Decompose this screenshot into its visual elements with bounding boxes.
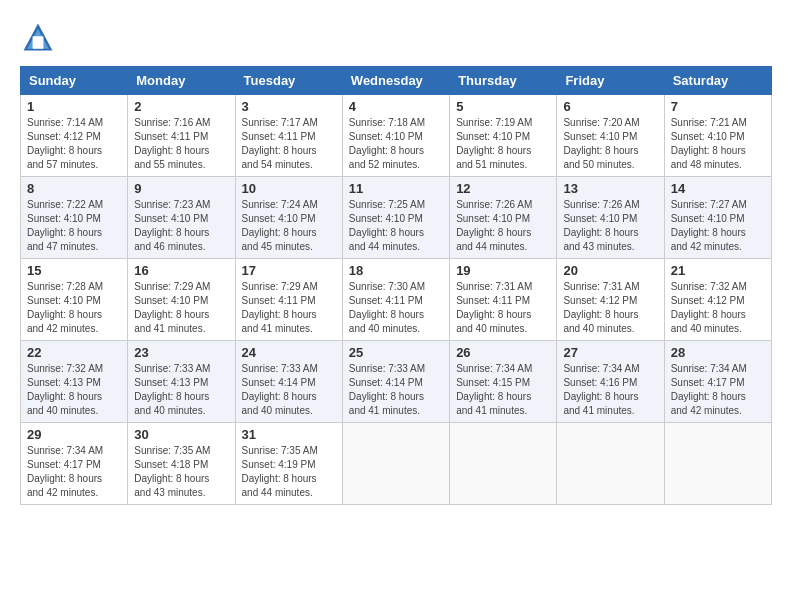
calendar-cell	[342, 423, 449, 505]
calendar-week-2: 8 Sunrise: 7:22 AMSunset: 4:10 PMDayligh…	[21, 177, 772, 259]
calendar-cell: 7 Sunrise: 7:21 AMSunset: 4:10 PMDayligh…	[664, 95, 771, 177]
day-info: Sunrise: 7:27 AMSunset: 4:10 PMDaylight:…	[671, 198, 765, 254]
day-number: 18	[349, 263, 443, 278]
day-info: Sunrise: 7:21 AMSunset: 4:10 PMDaylight:…	[671, 116, 765, 172]
day-info: Sunrise: 7:22 AMSunset: 4:10 PMDaylight:…	[27, 198, 121, 254]
header	[20, 20, 772, 56]
day-info: Sunrise: 7:16 AMSunset: 4:11 PMDaylight:…	[134, 116, 228, 172]
weekday-header-row: SundayMondayTuesdayWednesdayThursdayFrid…	[21, 67, 772, 95]
day-number: 22	[27, 345, 121, 360]
weekday-header-thursday: Thursday	[450, 67, 557, 95]
day-info: Sunrise: 7:34 AMSunset: 4:16 PMDaylight:…	[563, 362, 657, 418]
day-number: 26	[456, 345, 550, 360]
day-number: 9	[134, 181, 228, 196]
calendar-cell: 31 Sunrise: 7:35 AMSunset: 4:19 PMDaylig…	[235, 423, 342, 505]
calendar-week-1: 1 Sunrise: 7:14 AMSunset: 4:12 PMDayligh…	[21, 95, 772, 177]
day-number: 3	[242, 99, 336, 114]
day-info: Sunrise: 7:30 AMSunset: 4:11 PMDaylight:…	[349, 280, 443, 336]
day-number: 10	[242, 181, 336, 196]
day-info: Sunrise: 7:34 AMSunset: 4:17 PMDaylight:…	[27, 444, 121, 500]
calendar-cell: 22 Sunrise: 7:32 AMSunset: 4:13 PMDaylig…	[21, 341, 128, 423]
calendar-cell: 29 Sunrise: 7:34 AMSunset: 4:17 PMDaylig…	[21, 423, 128, 505]
calendar-cell: 26 Sunrise: 7:34 AMSunset: 4:15 PMDaylig…	[450, 341, 557, 423]
day-number: 6	[563, 99, 657, 114]
day-number: 15	[27, 263, 121, 278]
day-number: 20	[563, 263, 657, 278]
calendar-cell: 6 Sunrise: 7:20 AMSunset: 4:10 PMDayligh…	[557, 95, 664, 177]
calendar-cell	[450, 423, 557, 505]
calendar-cell: 1 Sunrise: 7:14 AMSunset: 4:12 PMDayligh…	[21, 95, 128, 177]
day-info: Sunrise: 7:33 AMSunset: 4:13 PMDaylight:…	[134, 362, 228, 418]
calendar-cell: 19 Sunrise: 7:31 AMSunset: 4:11 PMDaylig…	[450, 259, 557, 341]
calendar-cell: 27 Sunrise: 7:34 AMSunset: 4:16 PMDaylig…	[557, 341, 664, 423]
calendar-cell: 30 Sunrise: 7:35 AMSunset: 4:18 PMDaylig…	[128, 423, 235, 505]
day-number: 28	[671, 345, 765, 360]
calendar-cell: 2 Sunrise: 7:16 AMSunset: 4:11 PMDayligh…	[128, 95, 235, 177]
day-number: 12	[456, 181, 550, 196]
calendar-cell	[664, 423, 771, 505]
svg-rect-2	[33, 36, 44, 49]
calendar-cell: 14 Sunrise: 7:27 AMSunset: 4:10 PMDaylig…	[664, 177, 771, 259]
calendar-cell: 20 Sunrise: 7:31 AMSunset: 4:12 PMDaylig…	[557, 259, 664, 341]
day-info: Sunrise: 7:35 AMSunset: 4:19 PMDaylight:…	[242, 444, 336, 500]
calendar-cell: 18 Sunrise: 7:30 AMSunset: 4:11 PMDaylig…	[342, 259, 449, 341]
calendar-cell: 23 Sunrise: 7:33 AMSunset: 4:13 PMDaylig…	[128, 341, 235, 423]
day-info: Sunrise: 7:34 AMSunset: 4:15 PMDaylight:…	[456, 362, 550, 418]
day-number: 21	[671, 263, 765, 278]
calendar-cell: 15 Sunrise: 7:28 AMSunset: 4:10 PMDaylig…	[21, 259, 128, 341]
day-info: Sunrise: 7:34 AMSunset: 4:17 PMDaylight:…	[671, 362, 765, 418]
calendar-cell: 10 Sunrise: 7:24 AMSunset: 4:10 PMDaylig…	[235, 177, 342, 259]
day-info: Sunrise: 7:14 AMSunset: 4:12 PMDaylight:…	[27, 116, 121, 172]
calendar-cell: 9 Sunrise: 7:23 AMSunset: 4:10 PMDayligh…	[128, 177, 235, 259]
day-info: Sunrise: 7:23 AMSunset: 4:10 PMDaylight:…	[134, 198, 228, 254]
calendar-week-3: 15 Sunrise: 7:28 AMSunset: 4:10 PMDaylig…	[21, 259, 772, 341]
day-info: Sunrise: 7:19 AMSunset: 4:10 PMDaylight:…	[456, 116, 550, 172]
day-number: 29	[27, 427, 121, 442]
day-number: 16	[134, 263, 228, 278]
calendar-cell: 25 Sunrise: 7:33 AMSunset: 4:14 PMDaylig…	[342, 341, 449, 423]
day-number: 25	[349, 345, 443, 360]
day-info: Sunrise: 7:28 AMSunset: 4:10 PMDaylight:…	[27, 280, 121, 336]
calendar-cell: 21 Sunrise: 7:32 AMSunset: 4:12 PMDaylig…	[664, 259, 771, 341]
calendar-cell: 24 Sunrise: 7:33 AMSunset: 4:14 PMDaylig…	[235, 341, 342, 423]
logo	[20, 20, 62, 56]
day-number: 24	[242, 345, 336, 360]
calendar-cell: 28 Sunrise: 7:34 AMSunset: 4:17 PMDaylig…	[664, 341, 771, 423]
weekday-header-wednesday: Wednesday	[342, 67, 449, 95]
day-number: 27	[563, 345, 657, 360]
day-info: Sunrise: 7:26 AMSunset: 4:10 PMDaylight:…	[563, 198, 657, 254]
day-info: Sunrise: 7:17 AMSunset: 4:11 PMDaylight:…	[242, 116, 336, 172]
day-info: Sunrise: 7:29 AMSunset: 4:11 PMDaylight:…	[242, 280, 336, 336]
day-number: 2	[134, 99, 228, 114]
calendar-cell: 12 Sunrise: 7:26 AMSunset: 4:10 PMDaylig…	[450, 177, 557, 259]
day-number: 23	[134, 345, 228, 360]
calendar-cell	[557, 423, 664, 505]
calendar-cell: 8 Sunrise: 7:22 AMSunset: 4:10 PMDayligh…	[21, 177, 128, 259]
day-info: Sunrise: 7:35 AMSunset: 4:18 PMDaylight:…	[134, 444, 228, 500]
weekday-header-friday: Friday	[557, 67, 664, 95]
calendar-cell: 16 Sunrise: 7:29 AMSunset: 4:10 PMDaylig…	[128, 259, 235, 341]
day-info: Sunrise: 7:29 AMSunset: 4:10 PMDaylight:…	[134, 280, 228, 336]
day-info: Sunrise: 7:20 AMSunset: 4:10 PMDaylight:…	[563, 116, 657, 172]
calendar-week-5: 29 Sunrise: 7:34 AMSunset: 4:17 PMDaylig…	[21, 423, 772, 505]
day-info: Sunrise: 7:25 AMSunset: 4:10 PMDaylight:…	[349, 198, 443, 254]
day-number: 8	[27, 181, 121, 196]
weekday-header-saturday: Saturday	[664, 67, 771, 95]
day-info: Sunrise: 7:32 AMSunset: 4:13 PMDaylight:…	[27, 362, 121, 418]
day-number: 19	[456, 263, 550, 278]
calendar-cell: 3 Sunrise: 7:17 AMSunset: 4:11 PMDayligh…	[235, 95, 342, 177]
weekday-header-sunday: Sunday	[21, 67, 128, 95]
day-number: 1	[27, 99, 121, 114]
day-info: Sunrise: 7:32 AMSunset: 4:12 PMDaylight:…	[671, 280, 765, 336]
weekday-header-monday: Monday	[128, 67, 235, 95]
day-info: Sunrise: 7:26 AMSunset: 4:10 PMDaylight:…	[456, 198, 550, 254]
day-number: 11	[349, 181, 443, 196]
calendar-week-4: 22 Sunrise: 7:32 AMSunset: 4:13 PMDaylig…	[21, 341, 772, 423]
calendar-cell: 13 Sunrise: 7:26 AMSunset: 4:10 PMDaylig…	[557, 177, 664, 259]
calendar: SundayMondayTuesdayWednesdayThursdayFrid…	[20, 66, 772, 505]
day-number: 4	[349, 99, 443, 114]
day-info: Sunrise: 7:31 AMSunset: 4:12 PMDaylight:…	[563, 280, 657, 336]
day-number: 7	[671, 99, 765, 114]
day-number: 13	[563, 181, 657, 196]
calendar-cell: 17 Sunrise: 7:29 AMSunset: 4:11 PMDaylig…	[235, 259, 342, 341]
